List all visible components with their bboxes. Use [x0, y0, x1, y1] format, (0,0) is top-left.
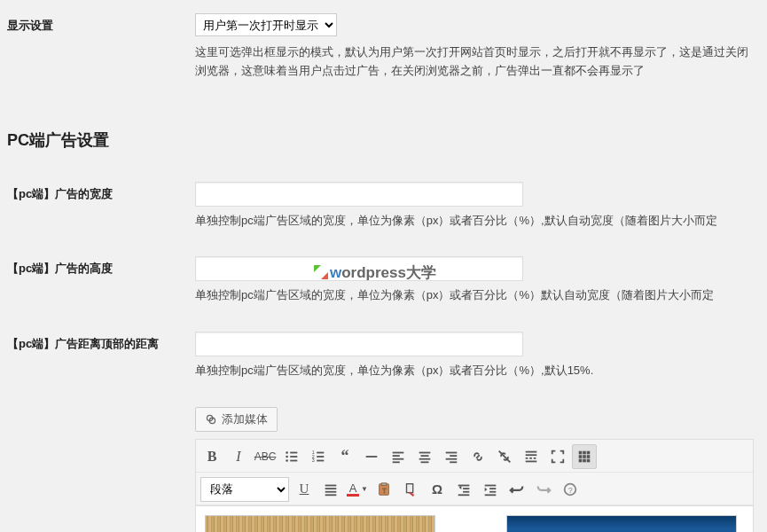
pc-height-desc: 单独控制pc端广告区域的宽度，单位为像素（px）或者百分比（%）默认自动宽度（随… — [195, 286, 758, 305]
unlink-button[interactable] — [492, 444, 517, 469]
svg-rect-53 — [458, 494, 470, 496]
svg-rect-19 — [419, 452, 431, 454]
bold-button[interactable]: B — [200, 444, 224, 469]
strikethrough-button[interactable]: ABC — [253, 444, 278, 469]
svg-rect-38 — [587, 455, 591, 458]
svg-rect-54 — [485, 485, 497, 487]
svg-rect-47 — [381, 483, 386, 486]
settings-form: 显示设置 用户第一次打开时显示 这里可选弹出框显示的模式，默认为用户第一次打开网… — [0, 0, 767, 94]
italic-button[interactable]: I — [226, 444, 251, 469]
svg-rect-31 — [534, 458, 536, 459]
pc-top-offset-desc: 单独控制pc端广告区域的宽度，单位为像素（px）或者百分比（%）,默认15%. — [195, 362, 758, 380]
svg-rect-29 — [526, 458, 528, 459]
help-button[interactable]: ? — [558, 477, 583, 502]
display-settings-row: 显示设置 用户第一次打开时显示 这里可选弹出框显示的模式，默认为用户第一次打开网… — [0, 0, 767, 94]
add-media-button[interactable]: 添加媒体 — [195, 407, 278, 432]
align-justify-button[interactable] — [318, 477, 343, 502]
wysiwyg-editor: B I ABC 123 “ 段落 — [195, 439, 754, 532]
align-center-button[interactable] — [412, 444, 437, 469]
svg-rect-14 — [366, 456, 378, 458]
align-right-button[interactable] — [439, 444, 464, 469]
svg-rect-39 — [579, 459, 583, 463]
svg-rect-7 — [290, 460, 297, 462]
svg-rect-33 — [579, 451, 583, 455]
fullscreen-button[interactable] — [545, 444, 570, 469]
align-left-button[interactable] — [386, 444, 411, 469]
svg-text:3: 3 — [312, 458, 315, 463]
hr-button[interactable] — [359, 444, 384, 469]
sea-image-preview — [506, 515, 737, 532]
svg-rect-5 — [290, 456, 297, 458]
svg-rect-20 — [421, 455, 429, 457]
svg-rect-15 — [393, 452, 404, 454]
svg-rect-42 — [325, 485, 337, 487]
svg-rect-44 — [325, 491, 337, 493]
svg-rect-37 — [583, 455, 586, 458]
svg-point-4 — [286, 456, 288, 458]
blockquote-button[interactable]: “ — [333, 444, 357, 469]
svg-rect-9 — [317, 452, 324, 454]
svg-rect-16 — [393, 455, 400, 457]
editor-row: 添加媒体 B I ABC 123 “ — [0, 394, 767, 532]
wood-image-preview — [205, 515, 435, 532]
svg-rect-30 — [529, 458, 532, 459]
svg-rect-18 — [393, 461, 400, 463]
paste-text-button[interactable]: T — [372, 477, 396, 502]
pc-width-label: 【pc端】广告的宽度 — [0, 168, 186, 244]
text-color-button[interactable]: A▼ — [345, 477, 370, 502]
editor-content[interactable] — [196, 505, 753, 532]
svg-rect-11 — [317, 456, 324, 458]
pc-section-heading: PC端广告设置 — [7, 129, 767, 151]
pc-width-desc: 单独控制pc端广告区域的宽度，单位为像素（px）或者百分比（%）,默认自动宽度（… — [195, 212, 758, 231]
svg-rect-17 — [393, 458, 404, 460]
svg-rect-28 — [526, 454, 537, 456]
toolbar-row-2: 段落 U A▼ T Ω ? — [196, 473, 753, 505]
link-button[interactable] — [466, 444, 490, 469]
display-settings-label: 显示设置 — [0, 0, 186, 94]
svg-rect-27 — [526, 451, 537, 453]
display-mode-select[interactable]: 用户第一次打开时显示 — [195, 13, 337, 36]
svg-point-2 — [286, 451, 288, 454]
underline-button[interactable]: U — [292, 477, 317, 502]
pc-height-input[interactable] — [195, 256, 523, 281]
pc-top-offset-label: 【pc端】广告距离顶部的距离 — [0, 318, 186, 394]
svg-rect-24 — [450, 455, 457, 457]
svg-rect-40 — [583, 459, 586, 463]
numbered-list-button[interactable]: 123 — [306, 444, 331, 469]
svg-rect-32 — [526, 460, 537, 462]
toolbar-row-1: B I ABC 123 “ — [196, 440, 753, 473]
svg-rect-34 — [583, 451, 586, 455]
redo-button[interactable] — [531, 477, 556, 502]
outdent-button[interactable] — [451, 477, 476, 502]
format-select[interactable]: 段落 — [200, 477, 289, 502]
svg-rect-56 — [489, 491, 496, 493]
pc-width-input[interactable] — [195, 182, 523, 207]
pc-width-row: 【pc端】广告的宽度 单独控制pc端广告区域的宽度，单位为像素（px）或者百分比… — [0, 168, 767, 244]
special-char-button[interactable]: Ω — [425, 477, 450, 502]
clear-format-button[interactable] — [398, 477, 423, 502]
bullet-list-button[interactable] — [279, 444, 304, 469]
svg-rect-50 — [458, 485, 470, 487]
insert-more-button[interactable] — [519, 444, 544, 469]
svg-rect-35 — [587, 451, 591, 455]
pc-top-offset-row: 【pc端】广告距离顶部的距离 单独控制pc端广告区域的宽度，单位为像素（px）或… — [0, 318, 767, 394]
svg-rect-52 — [463, 491, 469, 493]
display-settings-description: 这里可选弹出框显示的模式，默认为用户第一次打开网站首页时显示，之后打开就不再显示… — [195, 43, 758, 81]
svg-rect-45 — [325, 494, 337, 496]
indent-button[interactable] — [478, 477, 503, 502]
svg-rect-13 — [317, 460, 324, 462]
svg-rect-3 — [290, 452, 297, 454]
svg-text:T: T — [382, 487, 387, 495]
svg-rect-23 — [446, 452, 458, 454]
undo-button[interactable] — [505, 477, 529, 502]
pc-height-label: 【pc端】广告的高度 — [0, 243, 186, 318]
svg-text:?: ? — [568, 486, 573, 495]
svg-rect-36 — [579, 455, 583, 458]
svg-rect-26 — [450, 461, 457, 463]
svg-point-6 — [286, 459, 288, 462]
svg-rect-49 — [407, 484, 413, 493]
pc-top-offset-input[interactable] — [195, 332, 523, 356]
toggle-toolbar-button[interactable] — [572, 444, 597, 469]
media-icon — [205, 413, 217, 426]
svg-rect-25 — [446, 458, 458, 460]
